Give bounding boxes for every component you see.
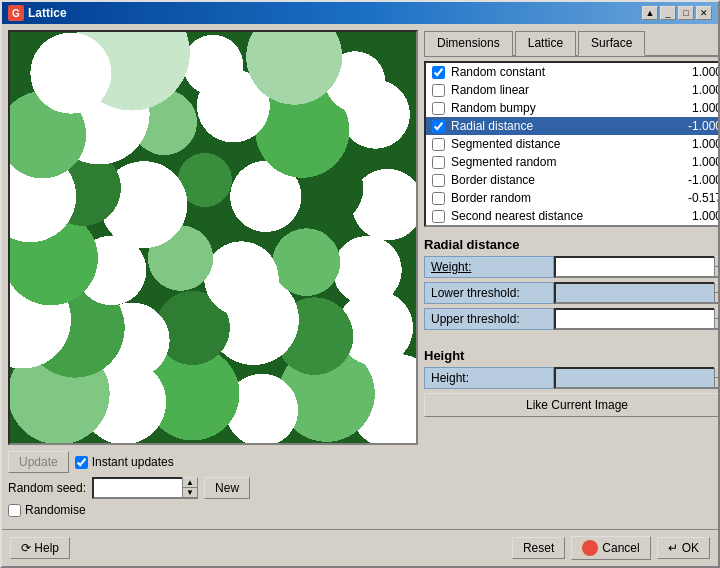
preview-image xyxy=(8,30,418,445)
upper-input-container: 1.000 ▲ ▼ xyxy=(554,308,718,330)
app-icon: G xyxy=(8,5,24,21)
window-content: Update Instant updates Random seed: 1540… xyxy=(2,24,718,529)
randomise-label[interactable]: Randomise xyxy=(8,503,86,517)
randomise-row: Randomise xyxy=(8,503,418,517)
main-window: G Lattice ▲ _ □ ✕ Update Instant updates xyxy=(0,0,720,568)
help-icon: ⟳ xyxy=(21,541,34,555)
height-section: Height Height: 1.0001 ▲ ▼ Like Current I… xyxy=(424,342,718,421)
seed-row: Random seed: 1540101350 ▲ ▼ New xyxy=(8,477,418,499)
weight-input[interactable]: -1.000 xyxy=(554,256,714,278)
random-bumpy-checkbox[interactable] xyxy=(432,102,445,115)
radial-section-title: Radial distance xyxy=(424,237,718,252)
window-title: Lattice xyxy=(28,6,67,20)
surface-item-segmented-distance[interactable]: Segmented distance 1.000 xyxy=(426,135,718,153)
height-spinner: ▲ ▼ xyxy=(714,367,718,389)
border-random-checkbox[interactable] xyxy=(432,192,445,205)
titlebar-up-btn[interactable]: ▲ xyxy=(642,6,658,20)
lower-input-container: 0.323 ▲ ▼ xyxy=(554,282,718,304)
surface-item-segmented-random[interactable]: Segmented random 1.000 xyxy=(426,153,718,171)
tabs: Dimensions Lattice Surface xyxy=(424,30,718,57)
lower-down-btn[interactable]: ▼ xyxy=(715,293,718,303)
height-input[interactable]: 1.0001 xyxy=(554,367,714,389)
lower-spinner: ▲ ▼ xyxy=(714,282,718,304)
titlebar-close-btn[interactable]: ✕ xyxy=(696,6,712,20)
titlebar-maximize-btn[interactable]: □ xyxy=(678,6,694,20)
update-button[interactable]: Update xyxy=(8,451,69,473)
upper-down-btn[interactable]: ▼ xyxy=(715,319,718,329)
lower-threshold-row: Lower threshold: 0.323 ▲ ▼ xyxy=(424,282,718,304)
random-constant-checkbox[interactable] xyxy=(432,66,445,79)
weight-spinner: ▲ ▼ xyxy=(714,256,718,278)
weight-row: Weight: -1.000 ▲ ▼ xyxy=(424,256,718,278)
update-row: Update Instant updates xyxy=(8,451,418,473)
surface-item-second-nearest[interactable]: Second nearest distance 1.000 xyxy=(426,207,718,225)
segmented-random-checkbox[interactable] xyxy=(432,156,445,169)
segmented-distance-checkbox[interactable] xyxy=(432,138,445,151)
surface-item-random-constant[interactable]: Random constant 1.000 xyxy=(426,63,718,81)
surface-item-random-linear[interactable]: Random linear 1.000 xyxy=(426,81,718,99)
help-area: ⟳ Help xyxy=(10,537,70,559)
instant-updates-checkbox[interactable] xyxy=(75,456,88,469)
surface-item-border-random[interactable]: Border random -0.517 xyxy=(426,189,718,207)
radial-distance-checkbox[interactable] xyxy=(432,120,445,133)
radial-section: Radial distance Weight: -1.000 ▲ ▼ Lower… xyxy=(424,231,718,334)
upper-threshold-row: Upper threshold: 1.000 ▲ ▼ xyxy=(424,308,718,330)
ok-icon: ↵ xyxy=(668,541,678,555)
upper-up-btn[interactable]: ▲ xyxy=(715,309,718,319)
upper-spinner: ▲ ▼ xyxy=(714,308,718,330)
tab-dimensions[interactable]: Dimensions xyxy=(424,31,513,56)
window-bottom: ⟳ Help Reset Cancel ↵ OK xyxy=(2,529,718,566)
upper-threshold-input[interactable]: 1.000 xyxy=(554,308,714,330)
titlebar-buttons: ▲ _ □ ✕ xyxy=(642,6,712,20)
surface-item-random-bumpy[interactable]: Random bumpy 1.000 xyxy=(426,99,718,117)
cancel-button[interactable]: Cancel xyxy=(571,536,650,560)
like-current-btn[interactable]: Like Current Image xyxy=(424,393,718,417)
left-panel: Update Instant updates Random seed: 1540… xyxy=(8,30,418,523)
lower-up-btn[interactable]: ▲ xyxy=(715,283,718,293)
seed-up-btn[interactable]: ▲ xyxy=(183,478,197,488)
lower-threshold-input[interactable]: 0.323 xyxy=(554,282,714,304)
border-distance-checkbox[interactable] xyxy=(432,174,445,187)
surface-item-border-distance[interactable]: Border distance -1.000 xyxy=(426,171,718,189)
height-label: Height: xyxy=(424,367,554,389)
height-down-btn[interactable]: ▼ xyxy=(715,378,718,388)
height-section-title: Height xyxy=(424,348,718,363)
right-panel: Dimensions Lattice Surface Random consta… xyxy=(424,30,718,523)
cancel-icon xyxy=(582,540,598,556)
seed-spinner-buttons: ▲ ▼ xyxy=(182,477,198,499)
surface-item-radial-distance[interactable]: Radial distance -1.000 xyxy=(426,117,718,135)
bottom-controls: Update Instant updates Random seed: 1540… xyxy=(8,451,418,517)
weight-input-container: -1.000 ▲ ▼ xyxy=(554,256,718,278)
ok-button[interactable]: ↵ OK xyxy=(657,537,710,559)
tab-lattice[interactable]: Lattice xyxy=(515,31,576,56)
weight-up-btn[interactable]: ▲ xyxy=(715,257,718,267)
height-row: Height: 1.0001 ▲ ▼ xyxy=(424,367,718,389)
lower-threshold-label: Lower threshold: xyxy=(424,282,554,304)
titlebar-left: G Lattice xyxy=(8,5,67,21)
titlebar: G Lattice ▲ _ □ ✕ xyxy=(2,2,718,24)
weight-label: Weight: xyxy=(424,256,554,278)
randomise-checkbox[interactable] xyxy=(8,504,21,517)
surface-list: Random constant 1.000 Random linear 1.00… xyxy=(424,61,718,227)
new-button[interactable]: New xyxy=(204,477,250,499)
weight-down-btn[interactable]: ▼ xyxy=(715,267,718,277)
reset-button[interactable]: Reset xyxy=(512,537,565,559)
titlebar-minimize-btn[interactable]: _ xyxy=(660,6,676,20)
seed-spinner: 1540101350 ▲ ▼ xyxy=(92,477,198,499)
instant-updates-label[interactable]: Instant updates xyxy=(75,455,174,469)
seed-label: Random seed: xyxy=(8,481,86,495)
action-buttons: Reset Cancel ↵ OK xyxy=(512,536,710,560)
random-linear-checkbox[interactable] xyxy=(432,84,445,97)
height-up-btn[interactable]: ▲ xyxy=(715,368,718,378)
height-input-container: 1.0001 ▲ ▼ xyxy=(554,367,718,389)
seed-input[interactable]: 1540101350 xyxy=(92,477,182,499)
upper-threshold-label: Upper threshold: xyxy=(424,308,554,330)
help-button[interactable]: ⟳ Help xyxy=(10,537,70,559)
seed-down-btn[interactable]: ▼ xyxy=(183,488,197,498)
tab-surface[interactable]: Surface xyxy=(578,31,645,56)
second-nearest-checkbox[interactable] xyxy=(432,210,445,223)
